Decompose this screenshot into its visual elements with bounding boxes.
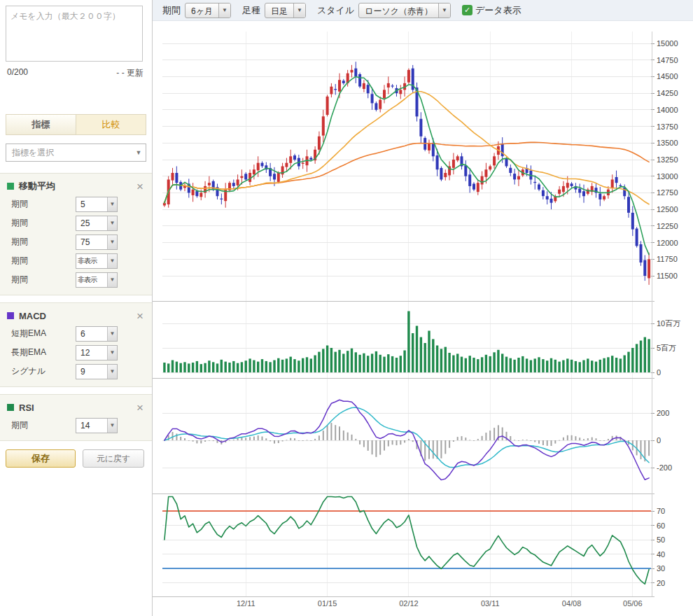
chevron-down-icon: ▼ <box>107 346 117 360</box>
period-dropdown[interactable]: 6ヶ月 ▼ <box>185 3 231 18</box>
svg-text:11500: 11500 <box>657 272 678 280</box>
period-label: 期間 <box>162 4 181 17</box>
bartype-label: 足種 <box>242 4 260 17</box>
svg-text:02/12: 02/12 <box>399 599 419 608</box>
memo-update-button[interactable]: - - 更新 <box>116 67 144 79</box>
indicator-select[interactable]: 指標を選択 ▼ <box>6 144 146 162</box>
indicator-groups: 移動平均×期間5▼期間25▼期間75▼期間非表示▼期間非表示▼MACD×短期EM… <box>0 173 152 441</box>
svg-text:13000: 13000 <box>657 172 678 181</box>
moving-average-lines <box>164 76 649 254</box>
svg-text:15000: 15000 <box>657 39 678 48</box>
svg-text:12000: 12000 <box>657 239 678 247</box>
reset-button[interactable]: 元に戻す <box>83 449 144 468</box>
save-button[interactable]: 保存 <box>6 449 76 468</box>
chevron-down-icon: ▼ <box>107 216 117 230</box>
svg-text:14250: 14250 <box>657 89 678 97</box>
indicator-param-row: 期間非表示▼ <box>7 251 146 270</box>
svg-text:13250: 13250 <box>657 155 678 164</box>
chevron-down-icon: ▼ <box>107 254 117 268</box>
chevron-down-icon: ▼ <box>107 327 117 341</box>
param-label: 短期EMA <box>7 328 76 340</box>
svg-text:13750: 13750 <box>657 122 678 131</box>
indicator-name: RSI <box>19 402 134 413</box>
svg-text:14750: 14750 <box>657 56 678 64</box>
indicator-param-row: 短期EMA6▼ <box>7 324 146 343</box>
sidebar-actions: 保存 元に戻す <box>6 449 146 468</box>
indicator-param-row: 期間25▼ <box>7 214 146 232</box>
svg-text:-200: -200 <box>657 463 672 472</box>
chevron-down-icon: ▼ <box>438 4 450 18</box>
param-label: 期間 <box>7 274 76 286</box>
svg-text:40: 40 <box>657 550 665 559</box>
param-select[interactable]: 25▼ <box>76 216 118 231</box>
tab-compare[interactable]: 比較 <box>76 115 146 134</box>
chart-toolbar: 期間 6ヶ月 ▼ 足種 日足 ▼ スタイル ローソク（赤青） ▼ ✓ データ表示 <box>153 0 693 21</box>
param-label: 長期EMA <box>7 346 76 358</box>
bartype-dropdown[interactable]: 日足 ▼ <box>265 3 306 18</box>
candlestick-series <box>163 62 650 285</box>
svg-text:0: 0 <box>657 436 661 444</box>
svg-text:12250: 12250 <box>657 222 678 230</box>
param-select[interactable]: 非表示▼ <box>76 272 118 288</box>
sidebar: 0/200 - - 更新 指標 比較 指標を選択 ▼ 移動平均×期間5▼期間25… <box>0 0 153 616</box>
indicator-group: 移動平均×期間5▼期間25▼期間75▼期間非表示▼期間非表示▼ <box>0 173 152 295</box>
svg-text:12500: 12500 <box>657 205 678 214</box>
chart-area: 1500014750145001425014000137501350013250… <box>153 21 693 616</box>
indicator-color-swatch <box>7 183 14 190</box>
chevron-down-icon: ▼ <box>107 197 117 211</box>
param-select[interactable]: 6▼ <box>76 326 118 342</box>
svg-text:5百万: 5百万 <box>657 344 676 352</box>
param-select[interactable]: 5▼ <box>76 197 118 212</box>
remove-indicator-icon[interactable]: × <box>134 310 146 322</box>
sidebar-tabs: 指標 比較 <box>6 114 146 135</box>
stock-chart[interactable]: 1500014750145001425014000137501350013250… <box>153 21 693 616</box>
svg-text:30: 30 <box>657 564 665 573</box>
chevron-down-icon: ▼ <box>218 4 230 18</box>
svg-text:200: 200 <box>657 409 669 417</box>
param-label: 期間 <box>7 419 76 431</box>
param-select[interactable]: 9▼ <box>76 364 118 379</box>
remove-indicator-icon[interactable]: × <box>134 402 146 414</box>
indicator-color-swatch <box>7 404 14 411</box>
svg-text:11750: 11750 <box>657 255 678 263</box>
svg-text:13500: 13500 <box>657 139 678 147</box>
svg-text:12/11: 12/11 <box>237 599 255 608</box>
chevron-down-icon: ▼ <box>293 4 305 18</box>
param-label: シグナル <box>7 365 76 377</box>
indicator-group: RSI×期間14▼ <box>0 394 152 441</box>
param-label: 期間 <box>7 236 76 248</box>
remove-indicator-icon[interactable]: × <box>134 181 146 192</box>
param-select[interactable]: 非表示▼ <box>76 253 118 269</box>
svg-text:03/11: 03/11 <box>481 599 500 608</box>
volume-bars <box>163 312 650 373</box>
svg-text:01/15: 01/15 <box>318 599 337 608</box>
style-label: スタイル <box>317 4 354 17</box>
param-label: 期間 <box>7 217 76 229</box>
rsi-panel <box>162 497 651 584</box>
indicator-name: MACD <box>19 311 134 321</box>
indicator-select-placeholder: 指標を選択 <box>6 147 132 159</box>
memo-input[interactable] <box>6 6 143 62</box>
indicator-param-row: 期間14▼ <box>7 416 146 435</box>
svg-text:0: 0 <box>657 368 661 377</box>
tab-indicators[interactable]: 指標 <box>6 115 76 134</box>
svg-text:50: 50 <box>657 536 665 544</box>
style-value: ローソク（赤青） <box>359 4 438 18</box>
chevron-down-icon: ▼ <box>132 149 146 156</box>
svg-text:14500: 14500 <box>657 72 678 80</box>
style-dropdown[interactable]: ローソク（赤青） ▼ <box>358 3 451 18</box>
date-axis-labels: 12/1101/1502/1203/1104/0805/06 <box>237 599 643 608</box>
param-select[interactable]: 14▼ <box>76 418 118 433</box>
chevron-down-icon: ▼ <box>107 273 117 287</box>
indicator-name: 移動平均 <box>19 180 134 192</box>
svg-text:12750: 12750 <box>657 188 678 197</box>
indicator-color-swatch <box>7 312 14 319</box>
param-select[interactable]: 75▼ <box>76 234 118 250</box>
data-display-label: データ表示 <box>475 4 522 17</box>
chevron-down-icon: ▼ <box>107 419 117 433</box>
indicator-param-row: シグナル9▼ <box>7 362 146 381</box>
param-select[interactable]: 12▼ <box>76 345 118 360</box>
svg-text:14000: 14000 <box>657 106 678 114</box>
data-display-checkbox[interactable]: ✓ <box>462 5 472 15</box>
chevron-down-icon: ▼ <box>107 235 117 249</box>
